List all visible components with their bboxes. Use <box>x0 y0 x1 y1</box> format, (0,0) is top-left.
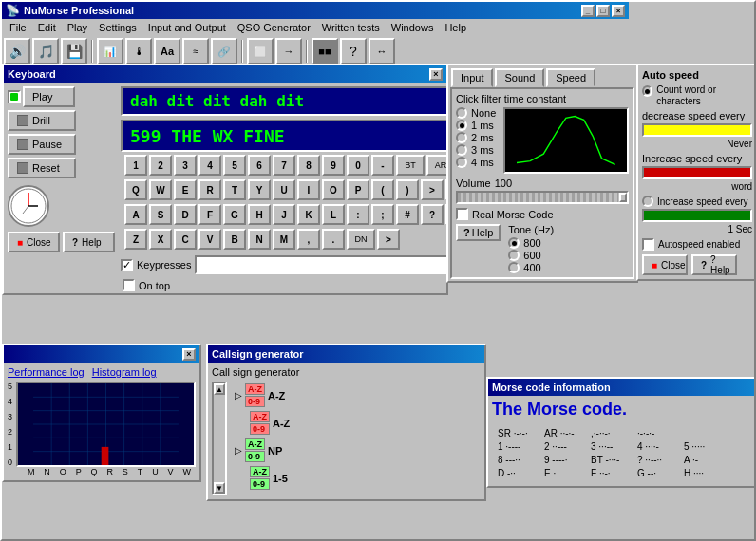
key-v[interactable]: V <box>198 229 221 250</box>
ontop-checkbox[interactable] <box>123 279 135 291</box>
key-3[interactable]: 3 <box>174 155 197 176</box>
toolbar-btn-6[interactable]: Aa <box>154 38 180 65</box>
key-q[interactable]: Q <box>124 179 147 200</box>
key-t[interactable]: T <box>223 179 246 200</box>
increase2-option[interactable]: Increase speed every <box>642 196 752 207</box>
key-p[interactable]: P <box>347 179 369 200</box>
close-button[interactable]: × <box>612 5 625 17</box>
sound-help-button[interactable]: ? Help <box>456 224 501 241</box>
auto-count-option[interactable]: Count word or characters <box>642 84 752 107</box>
filter-1ms-radio[interactable] <box>456 120 467 131</box>
key-gt2[interactable]: > <box>377 229 400 250</box>
filter-1ms[interactable]: 1 ms <box>456 120 496 131</box>
tree-node-4[interactable]: A-Z 0-9 1-5 <box>250 464 481 492</box>
tone-600-radio[interactable] <box>508 250 520 261</box>
menu-input-output[interactable]: Input and Output <box>142 20 232 35</box>
key-colon[interactable]: : <box>347 204 369 225</box>
toolbar-btn-5[interactable]: 🌡 <box>125 38 152 65</box>
keypresses-checkbox[interactable]: ✓ <box>121 259 133 271</box>
key-period[interactable]: . <box>322 229 345 250</box>
key-c[interactable]: C <box>174 229 197 250</box>
minimize-button[interactable]: _ <box>581 5 595 17</box>
increase-slider[interactable] <box>642 166 752 179</box>
scroll-up[interactable]: ▲ <box>214 383 225 395</box>
autospeed-close-btn[interactable]: ■ Close <box>642 254 688 275</box>
filter-none[interactable]: None <box>456 107 496 119</box>
tab-sound[interactable]: Sound <box>495 68 544 87</box>
key-6[interactable]: 6 <box>248 155 271 176</box>
toolbar-btn-9[interactable]: ⬜ <box>247 38 274 65</box>
reset-button[interactable]: Reset <box>8 158 76 178</box>
filter-2ms[interactable]: 2 ms <box>456 132 496 143</box>
key-o[interactable]: O <box>322 179 345 200</box>
key-g[interactable]: G <box>223 204 246 225</box>
key-x[interactable]: X <box>149 229 172 250</box>
toolbar-btn-2[interactable]: 🎵 <box>32 38 59 65</box>
key-j[interactable]: J <box>273 204 295 225</box>
key-f[interactable]: F <box>198 204 221 225</box>
key-8[interactable]: 8 <box>297 155 320 176</box>
key-bt[interactable]: BT <box>396 155 425 176</box>
key-4[interactable]: 4 <box>198 155 221 176</box>
volume-slider[interactable] <box>456 191 629 204</box>
keyboard-close-btn[interactable]: × <box>429 68 443 81</box>
tone-600[interactable]: 600 <box>508 250 629 261</box>
key-z[interactable]: Z <box>124 229 147 250</box>
tab-speed[interactable]: Speed <box>546 68 595 87</box>
key-m[interactable]: M <box>273 229 295 250</box>
auto-count-radio[interactable] <box>642 85 652 97</box>
tree-node-1[interactable]: ▷ A-Z 0-9 A-Z <box>235 382 481 409</box>
key-w[interactable]: W <box>149 179 172 200</box>
pause-button[interactable]: Pause <box>8 134 76 155</box>
key-b[interactable]: B <box>223 229 246 250</box>
key-s[interactable]: S <box>149 204 172 225</box>
menu-help[interactable]: Help <box>439 20 472 35</box>
toolbar-btn-11[interactable]: ■■ <box>312 38 338 65</box>
key-k[interactable]: K <box>297 204 320 225</box>
toolbar-btn-12[interactable]: ? <box>340 38 367 65</box>
toolbar-btn-3[interactable]: 💾 <box>61 38 87 65</box>
key-u[interactable]: U <box>273 179 295 200</box>
key-a[interactable]: A <box>124 204 147 225</box>
tab-input[interactable]: Input <box>451 68 493 87</box>
tone-800-radio[interactable] <box>508 237 520 249</box>
key-gt1[interactable]: > <box>421 179 444 200</box>
filter-3ms-radio[interactable] <box>456 144 467 156</box>
menu-file[interactable]: File <box>4 20 32 35</box>
key-question[interactable]: ? <box>421 204 444 225</box>
scroll-down[interactable]: ▼ <box>214 482 225 494</box>
key-comma[interactable]: , <box>297 229 320 250</box>
menu-qso[interactable]: QSO Generator <box>232 20 316 35</box>
play-button[interactable]: Play <box>23 86 75 107</box>
key-lparen[interactable]: ( <box>371 179 394 200</box>
toolbar-btn-7[interactable]: ≈ <box>182 38 209 65</box>
filter-none-radio[interactable] <box>456 107 467 119</box>
filter-2ms-radio[interactable] <box>456 132 467 143</box>
tone-800[interactable]: 800 <box>508 237 629 249</box>
filter-4ms[interactable]: 4 ms <box>456 157 496 168</box>
autospeed-help-btn[interactable]: ? ? Help <box>691 254 737 275</box>
key-dn[interactable]: DN <box>347 229 375 250</box>
menu-windows[interactable]: Windows <box>386 20 440 35</box>
toolbar-btn-10[interactable]: → <box>275 38 302 65</box>
key-7[interactable]: 7 <box>273 155 295 176</box>
menu-edit[interactable]: Edit <box>32 20 62 35</box>
key-y[interactable]: Y <box>248 179 271 200</box>
increase2-radio[interactable] <box>642 196 653 207</box>
perf-close-btn[interactable]: × <box>182 348 196 361</box>
tone-400-radio[interactable] <box>508 262 520 273</box>
key-5[interactable]: 5 <box>223 155 246 176</box>
key-dash[interactable]: - <box>371 155 394 176</box>
tree-node-2[interactable]: A-Z 0-9 A-Z <box>250 409 481 437</box>
toolbar-btn-8[interactable]: 🔗 <box>211 38 237 65</box>
text-input[interactable] <box>195 255 470 274</box>
key-r[interactable]: R <box>198 179 221 200</box>
key-semicolon[interactable]: ; <box>371 204 394 225</box>
toolbar-btn-1[interactable]: 🔊 <box>4 38 30 65</box>
tone-400[interactable]: 400 <box>508 262 629 273</box>
close-btn-main[interactable]: ■ Close <box>8 232 60 252</box>
key-d[interactable]: D <box>174 204 197 225</box>
key-hash[interactable]: # <box>396 204 419 225</box>
help-btn-main[interactable]: ? Help <box>63 232 115 252</box>
key-0[interactable]: 0 <box>347 155 369 176</box>
